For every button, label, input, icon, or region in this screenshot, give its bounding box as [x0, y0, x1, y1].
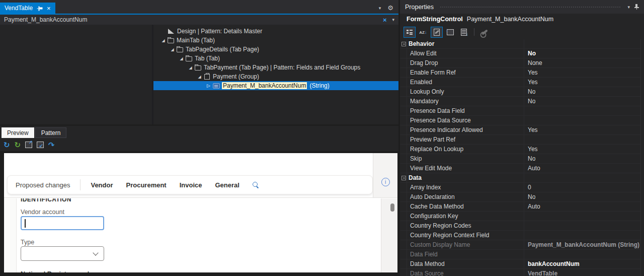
search-icon[interactable] — [253, 182, 259, 188]
gear-icon[interactable]: ⚙ — [387, 5, 393, 11]
refresh-data-icon[interactable]: ↻ — [15, 141, 21, 149]
refresh-icon[interactable]: ↻ — [4, 141, 10, 149]
form-preview: Proposed changes Vendor Procurement Invo… — [4, 153, 397, 272]
properties-titlebar[interactable]: Properties ▾ — [400, 0, 644, 14]
property-row[interactable]: Data SourceVendTable — [400, 269, 640, 276]
property-row[interactable]: EnabledYes — [400, 78, 640, 87]
tree-node-maintab[interactable]: ◢ MainTab (Tab) — [153, 36, 398, 45]
preview-toolbar: ↻ ↻ ↗ ↙ ↶ — [0, 138, 398, 151]
property-row[interactable]: Array Index0 — [400, 183, 640, 192]
property-row[interactable]: Country Region Codes — [400, 221, 640, 231]
tree-node-tabpagedetails[interactable]: ◢ TabPageDetails (Tab Page) — [153, 45, 398, 54]
property-row[interactable]: Allow EditNo — [400, 49, 640, 58]
toolbar-separator — [474, 28, 474, 36]
property-row[interactable]: Data Field — [400, 250, 640, 259]
key-button[interactable] — [478, 27, 491, 38]
expanded-icon[interactable]: ◢ — [197, 75, 202, 79]
property-row[interactable]: Presence Data Source — [400, 116, 640, 125]
type-label: Type — [21, 239, 34, 246]
properties-toolbar: AZ↓ ↓ ↓ — [400, 25, 644, 39]
property-row[interactable]: View Edit ModeAuto — [400, 164, 640, 173]
property-row[interactable]: Lookup OnlyNo — [400, 87, 640, 97]
property-row[interactable]: Country Region Context Field — [400, 231, 640, 240]
alphabetical-sort-button[interactable]: AZ↓ — [417, 27, 429, 38]
vendor-account-input[interactable] — [21, 216, 104, 230]
folder-icon — [168, 38, 174, 43]
dock-preview-icon[interactable]: ↙ — [37, 142, 44, 148]
form-tab-general[interactable]: General — [215, 181, 239, 189]
chevron-down-icon[interactable]: ▾ — [392, 17, 394, 22]
tab-title: VendTable — [5, 5, 33, 12]
scrollbar-thumb[interactable] — [390, 203, 394, 212]
expanded-icon[interactable]: ◢ — [179, 56, 184, 61]
folder-icon — [177, 47, 183, 52]
undo-icon[interactable]: ↶ — [48, 141, 55, 149]
pin-icon[interactable] — [634, 4, 639, 10]
designer-search-bar[interactable]: Payment_M_bankAccountNum × ▾ — [0, 15, 398, 25]
categorized-icon — [407, 29, 413, 35]
property-row[interactable]: Preview Part Ref — [400, 135, 640, 145]
tab-divider — [80, 179, 80, 190]
selected-control-name: Payment_M_bankAccountNum — [222, 82, 307, 89]
form-tab-procurement[interactable]: Procurement — [126, 181, 167, 189]
collapsed-icon[interactable]: ▷ — [206, 83, 211, 88]
expanded-icon[interactable]: ◢ — [160, 38, 166, 43]
chevron-down-icon[interactable]: ▾ — [627, 5, 630, 10]
tree-node-tabpayment[interactable]: ◢ TabPayment (Tab Page) | Pattern: Field… — [153, 63, 398, 72]
form-tab-proposed-changes[interactable]: Proposed changes — [16, 181, 70, 189]
editor-region: VendTable × ▾ ⚙ Payment_M_bankAccountNum… — [0, 0, 398, 276]
expanded-icon[interactable]: ◢ — [188, 65, 193, 70]
property-section[interactable]: Behavior — [400, 39, 640, 49]
tree-node-tab[interactable]: ◢ Tab (Tab) — [153, 54, 398, 63]
property-row[interactable]: Data MethodbankAccountNum — [400, 259, 640, 269]
property-row[interactable]: Presence Data Field — [400, 106, 640, 116]
property-row[interactable]: Auto DeclarationNo — [400, 192, 640, 202]
property-row[interactable]: Custom Display NamePayment_M_bankAccount… — [400, 240, 640, 250]
tree-node-selected-control[interactable]: ▷ Payment_M_bankAccountNum (String) — [153, 81, 398, 90]
property-row[interactable]: Drag DropNone — [400, 58, 640, 68]
section-heading: IDENTIFICATION — [21, 198, 71, 203]
categorized-view-button[interactable] — [404, 27, 416, 38]
tree-node-design[interactable]: Design | Pattern: Details Master — [153, 27, 398, 36]
search-text[interactable]: Payment_M_bankAccountNum — [4, 16, 383, 23]
close-icon[interactable]: × — [47, 5, 51, 12]
preview-scrollbar[interactable] — [381, 198, 397, 272]
property-row[interactable]: Replace On LookupYes — [400, 145, 640, 154]
open-external-icon[interactable]: ↗ — [25, 142, 32, 148]
pin-icon[interactable] — [37, 6, 43, 11]
titlebar-grip — [440, 6, 621, 9]
tab-vendtable[interactable]: VendTable × — [0, 3, 55, 14]
selected-object-row: FormStringControl Payment_M_bankAccountN… — [400, 14, 644, 25]
property-section[interactable]: Data — [400, 173, 640, 183]
list-export-button[interactable]: ↓ — [458, 27, 470, 38]
properties-title: Properties — [405, 4, 434, 11]
folder-icon — [195, 65, 201, 71]
expanded-icon[interactable]: ◢ — [170, 47, 175, 52]
form-tab-invoice[interactable]: Invoice — [180, 181, 202, 189]
tab-pattern[interactable]: Pattern — [35, 127, 67, 138]
property-row[interactable]: Presence Indicator AllowedYes — [400, 125, 640, 135]
form-tab-vendor[interactable]: Vendor — [91, 181, 113, 189]
info-icon[interactable]: i — [381, 178, 390, 186]
property-row[interactable]: Cache Data MethodAuto — [400, 202, 640, 212]
form-left-gutter — [4, 198, 17, 272]
collapse-icon[interactable] — [401, 42, 406, 46]
properties-panel: Properties ▾ FormStringControl Payment_M… — [400, 0, 644, 276]
clear-search-icon[interactable]: × — [383, 17, 387, 23]
type-dropdown[interactable] — [21, 246, 104, 261]
info-zone: i — [373, 153, 397, 197]
tab-preview[interactable]: Preview — [2, 127, 34, 138]
folder-icon — [186, 56, 192, 61]
property-pages-button[interactable] — [431, 27, 443, 38]
collapse-icon[interactable] — [401, 176, 406, 180]
property-row[interactable]: Configuration Key — [400, 212, 640, 221]
property-row[interactable]: SkipNo — [400, 154, 640, 164]
property-row[interactable]: MandatoryNo — [400, 97, 640, 106]
grid-arrow-icon: ↓ — [447, 29, 454, 35]
form-header: Proposed changes Vendor Procurement Invo… — [4, 153, 397, 198]
property-row[interactable]: Enable Form RefYes — [400, 68, 640, 78]
control-name: Payment_M_bankAccountNum — [467, 16, 553, 23]
chevron-down-icon[interactable]: ▾ — [379, 6, 381, 11]
grid-import-button[interactable]: ↓ — [444, 27, 456, 38]
tree-node-payment-group[interactable]: ◢ Payment (Group) — [153, 72, 398, 81]
